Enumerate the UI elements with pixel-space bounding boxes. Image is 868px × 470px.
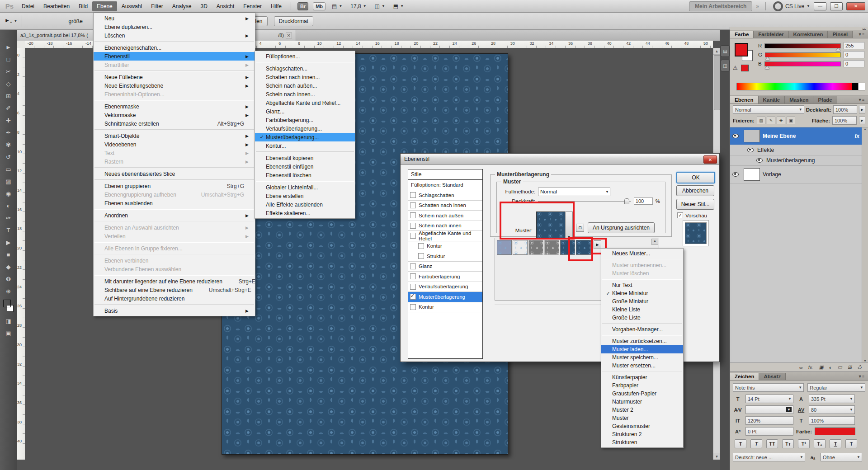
pattern-overlay-effect-row[interactable]: Musterüberlagerung [730, 155, 868, 166]
quick-mask-button[interactable]: ◨ [3, 316, 14, 325]
text-color-swatch[interactable] [815, 428, 855, 435]
gamut-warning-icon[interactable]: ⚠ [733, 65, 738, 71]
panel-tab[interactable]: Pinsel [828, 31, 853, 38]
font-size-field[interactable]: 14 Pt▼ [745, 395, 793, 403]
color-spectrum-bar[interactable] [736, 83, 853, 90]
lock-transparency-icon[interactable]: ▧ [757, 117, 765, 124]
style-checkbox-row[interactable]: Schein nach innen [408, 221, 482, 231]
eraser-tool[interactable]: ▭ [3, 164, 14, 174]
bridge-button[interactable]: Br [297, 2, 308, 10]
fx-badge[interactable]: fx [854, 133, 861, 139]
pattern-thumb-gray-2[interactable] [544, 240, 559, 255]
panel-menu-icon[interactable]: ▼≡ [855, 31, 867, 38]
menu-item[interactable]: Analyse [168, 1, 196, 11]
layer-group-icon[interactable]: ▭ [838, 364, 842, 370]
panel-tab[interactable]: Ebenen [730, 96, 759, 103]
path-selection-tool[interactable]: ▶ [3, 238, 14, 247]
opacity-slider-thumb[interactable] [624, 198, 629, 204]
menu-item[interactable]: Smart-Objekte ▶ [94, 132, 255, 140]
style-checkbox-row[interactable]: Abgeflachte Kante und Relief [408, 231, 482, 241]
crop-tool[interactable]: ⊞ [3, 91, 14, 100]
menu-item[interactable]: Ebenenstil kopieren [255, 154, 355, 162]
layer-style-icon[interactable]: fx. [808, 365, 814, 370]
font-family-dropdown[interactable]: Note this▼ [733, 383, 804, 392]
menu-item[interactable]: Alle Effekte ausblenden [255, 200, 355, 209]
type-style-button[interactable]: T [735, 439, 746, 448]
vertical-ruler[interactable]: 0246810121416182022242628303234363840 [17, 48, 25, 460]
menu-item[interactable]: Sichtbare auf eine Ebene reduzieren Umsc… [94, 286, 255, 294]
menu-item[interactable]: Ebene [92, 1, 117, 11]
kerning-dropdown[interactable]: ▼ [745, 405, 793, 414]
pattern-thumb-gray-1[interactable] [528, 240, 543, 255]
menu-item[interactable]: Neues ebenenbasiertes Slice [94, 169, 255, 178]
type-style-button[interactable]: T [830, 439, 841, 448]
pattern-thumb-bubbles[interactable] [497, 240, 512, 255]
blending-options-item[interactable]: Fülloptionen: Standard [408, 180, 482, 190]
menu-item[interactable]: Muster 2 [601, 406, 683, 414]
menu-item[interactable]: Globaler Lichteinfall... [255, 183, 355, 192]
visibility-eye-icon[interactable] [756, 158, 763, 163]
panel-tab[interactable]: Farbe [730, 31, 754, 38]
menu-item[interactable]: Hilfe [266, 1, 286, 11]
anti-alias-dropdown[interactable]: Ohne▼ [821, 453, 862, 461]
adjustment-layer-icon[interactable]: ◐ [829, 365, 832, 370]
dialog-close-button[interactable]: ✕ [703, 155, 717, 164]
workspace-overflow-chevrons[interactable]: » [756, 3, 758, 9]
menu-item[interactable]: Strukturen [601, 438, 683, 446]
foreground-color-swatch[interactable] [3, 300, 11, 307]
checkbox[interactable] [410, 294, 416, 300]
pattern-swatch[interactable] [536, 212, 566, 240]
menu-item[interactable]: Neue Einstellungsebene ▶ [94, 81, 255, 90]
move-tool[interactable]: ► [3, 42, 14, 52]
menu-item[interactable]: Muster löschen [601, 269, 683, 277]
view-extras-dropdown[interactable]: ▤▼ [332, 3, 342, 9]
restore-button[interactable]: ❐ [830, 2, 843, 10]
menu-item[interactable]: Basis ▶ [94, 306, 255, 315]
opacity-spinner[interactable]: ▶ [859, 106, 865, 113]
menu-item[interactable]: Naturmuster [601, 398, 683, 406]
vertical-scale-field[interactable]: 120% [745, 416, 793, 425]
menu-item[interactable]: Ebene erstellen [255, 192, 355, 200]
panel-tab[interactable]: Zeichen [730, 373, 759, 380]
checkbox[interactable] [410, 202, 416, 208]
menu-item[interactable]: Große Liste [601, 314, 683, 322]
type-style-button[interactable]: T [845, 439, 857, 448]
menu-item[interactable]: Vorgaben-Manager... [601, 325, 683, 334]
style-checkbox-row[interactable]: Schatten nach innen [408, 201, 482, 211]
menu-item[interactable]: Verlaufsüberlagerung... [255, 124, 355, 133]
lock-position-icon[interactable]: ✚ [777, 117, 785, 124]
scroll-up-icon[interactable]: ▲ [713, 48, 720, 55]
checkbox[interactable] [418, 253, 424, 259]
menu-item[interactable]: Ansicht [212, 1, 239, 11]
red-value-field[interactable]: 255 [844, 42, 864, 49]
print-size-button[interactable]: Druckformat [274, 16, 313, 26]
menu-item[interactable]: Muster speichern... [601, 353, 683, 362]
menu-item[interactable]: ✓ Kleine Miniatur [601, 289, 683, 297]
menu-item[interactable]: Ebenenstil ▶ [94, 52, 255, 61]
type-style-button[interactable]: T¹ [798, 439, 810, 448]
menu-item[interactable]: Datei [17, 1, 39, 11]
menu-item[interactable]: Graustufen-Papier [601, 390, 683, 398]
dialog-title-bar[interactable]: Ebenenstil [401, 154, 719, 165]
menu-item[interactable]: Anordnen ▶ [94, 211, 255, 220]
checkbox[interactable] [410, 284, 416, 290]
new-layer-icon[interactable]: ⊞ [848, 364, 852, 370]
blue-value-field[interactable]: 0 [844, 60, 864, 67]
cs-live-dropdown[interactable]: CS Live▼ [773, 1, 810, 11]
type-tool[interactable]: T [3, 226, 14, 235]
foreground-color-swatch[interactable] [735, 43, 748, 56]
pattern-thumb-rainbow[interactable] [513, 240, 528, 255]
tracking-field[interactable]: 80▼ [809, 405, 855, 414]
white-swatch[interactable] [858, 83, 865, 90]
layer-thumbnail[interactable] [744, 168, 760, 181]
checkbox[interactable] [410, 233, 416, 239]
menu-item[interactable]: Farbüberlagerung... [255, 116, 355, 124]
menu-item[interactable]: 3D [196, 1, 212, 11]
menu-item[interactable]: Rastern ▶ [94, 157, 255, 166]
list-scroll-up-icon[interactable]: ▲ [651, 239, 658, 245]
close-button[interactable]: ✕ [846, 2, 865, 10]
menu-item[interactable]: Effekte skalieren... [255, 209, 355, 217]
hand-tool[interactable]: ❂ [3, 274, 14, 283]
baseline-shift-field[interactable]: 0 Pt [745, 427, 793, 436]
horizontal-scale-field[interactable]: 100% [809, 416, 855, 425]
